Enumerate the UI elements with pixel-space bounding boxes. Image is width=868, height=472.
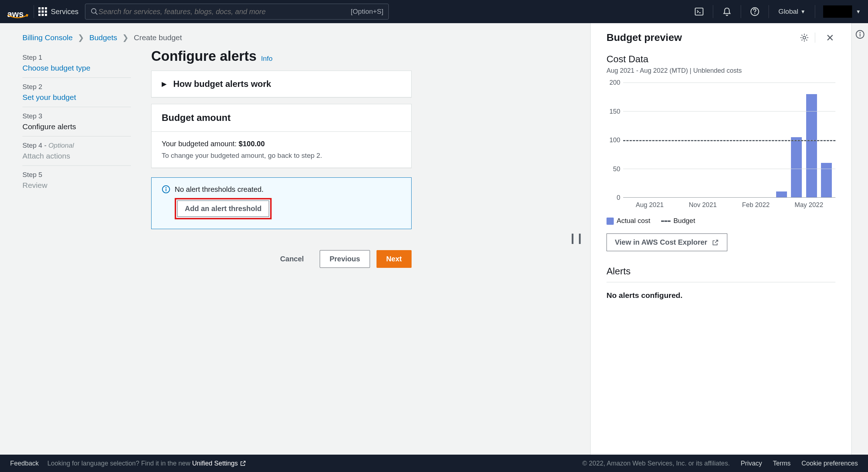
budget-threshold-line [623, 140, 835, 141]
right-rail [851, 23, 868, 455]
external-link-icon [240, 460, 246, 467]
crumb-current: Create budget [134, 33, 182, 42]
chart-bar [776, 191, 787, 197]
info-icon [162, 185, 170, 194]
step-number: Step 2 [22, 83, 131, 91]
search-input[interactable] [98, 8, 351, 16]
previous-button[interactable]: Previous [320, 250, 370, 268]
chart-plot [623, 83, 835, 198]
settings-icon[interactable] [799, 32, 810, 43]
step-1[interactable]: Step 1 Choose budget type [22, 49, 131, 78]
grid-icon [38, 7, 47, 16]
wizard-steps: Step 1 Choose budget type Step 2 Set you… [22, 49, 131, 268]
svg-line-1 [95, 13, 98, 15]
nav-search[interactable]: [Option+S] [85, 4, 389, 20]
feedback-link[interactable]: Feedback [10, 460, 39, 467]
how-alerts-title: How budget alerts work [173, 79, 271, 89]
budget-amount-panel: Budget amount Your budgeted amount: $100… [151, 104, 412, 168]
svg-rect-15 [859, 34, 860, 37]
chart-x-axis: Aug 2021Nov 2021Feb 2022May 2022 [623, 201, 835, 209]
alert-threshold-panel: No alert thresholds created. Add an aler… [151, 177, 412, 229]
help-icon[interactable] [745, 4, 764, 19]
budget-amount-sub: To change your budgeted amount, go back … [162, 152, 401, 160]
nav-divider [713, 5, 713, 18]
step-4: Step 4 - Optional Attach actions [22, 136, 131, 166]
step-label[interactable]: Choose budget type [22, 64, 131, 72]
legend-swatch-budget [661, 220, 671, 222]
no-thresholds-text: No alert thresholds created. [175, 185, 264, 194]
aws-smile-icon [7, 14, 28, 19]
step-2[interactable]: Step 2 Set your budget [22, 78, 131, 107]
divider [815, 33, 815, 43]
alerts-section-title: Alerts [607, 266, 835, 282]
chart-legend: Actual cost Budget [607, 217, 835, 225]
expand-toggle[interactable]: ▶ How budget alerts work [162, 79, 401, 89]
cost-chart: 050100150200 [607, 83, 835, 198]
x-tick-label: Aug 2021 [623, 201, 676, 209]
cloudshell-icon[interactable] [690, 4, 709, 19]
step-number: Step 1 [22, 54, 131, 62]
y-tick-label: 150 [609, 108, 620, 115]
next-button[interactable]: Next [376, 250, 412, 268]
step-label: Attach actions [22, 152, 131, 160]
wizard-buttons: Cancel Previous Next [151, 250, 412, 268]
budget-amount-line: Your budgeted amount: $100.00 [162, 140, 401, 148]
x-tick-label: Feb 2022 [729, 201, 783, 209]
step-label: Review [22, 181, 131, 190]
aws-logo[interactable]: aws [7, 4, 24, 19]
nav-divider [741, 5, 741, 18]
info-rail-icon[interactable] [855, 30, 865, 39]
region-selector[interactable]: Global ▼ [773, 8, 810, 16]
notifications-icon[interactable] [718, 4, 736, 19]
step-label[interactable]: Set your budget [22, 93, 131, 102]
y-tick-label: 200 [609, 79, 620, 87]
unified-settings-link[interactable]: Unified Settings [192, 460, 246, 467]
breadcrumb: Billing Console ❯ Budgets ❯ Create budge… [22, 33, 576, 42]
svg-point-0 [92, 9, 96, 13]
search-icon [90, 8, 98, 16]
no-alerts-text: No alerts configured. [607, 291, 835, 300]
crumb-budgets[interactable]: Budgets [89, 33, 117, 42]
x-tick-label: Nov 2021 [676, 201, 729, 209]
add-alert-threshold-button[interactable]: Add an alert threshold [177, 201, 269, 217]
nav-divider [769, 5, 769, 18]
terms-link[interactable]: Terms [773, 460, 791, 467]
info-link[interactable]: Info [261, 55, 273, 62]
region-label: Global [778, 8, 798, 16]
footer: Feedback Looking for language selection?… [0, 455, 868, 472]
svg-line-16 [243, 461, 246, 464]
legend-budget: Budget [661, 217, 695, 225]
preview-title: Budget preview [607, 32, 795, 43]
chart-bar [806, 94, 817, 197]
top-nav: aws Services [Option+S] Global ▼ [0, 0, 868, 23]
step-label: Configure alerts [22, 122, 131, 131]
cancel-button[interactable]: Cancel [271, 250, 314, 268]
close-icon[interactable] [825, 32, 835, 43]
caret-down-icon: ▼ [856, 9, 861, 14]
step-5: Step 5 Review [22, 166, 131, 195]
cost-data-sub: Aug 2021 - Aug 2022 (MTD) | Unblended co… [607, 67, 835, 75]
account-menu[interactable] [823, 5, 852, 18]
svg-point-7 [166, 187, 167, 188]
step-3: Step 3 Configure alerts [22, 107, 131, 136]
svg-point-9 [803, 36, 806, 39]
services-menu[interactable]: Services [38, 7, 78, 16]
y-tick-label: 50 [613, 165, 620, 173]
chevron-right-icon: ❯ [122, 33, 129, 42]
legend-swatch-actual [607, 218, 614, 225]
view-in-cost-explorer-button[interactable]: View in AWS Cost Explorer [607, 233, 727, 251]
cookie-link[interactable]: Cookie preferences [801, 460, 858, 467]
chart-bar [791, 137, 802, 197]
caret-down-icon: ▼ [800, 9, 805, 14]
svg-rect-2 [695, 8, 703, 15]
how-alerts-panel: ▶ How budget alerts work [151, 71, 412, 97]
cost-data-title: Cost Data [607, 54, 835, 65]
privacy-link[interactable]: Privacy [741, 460, 762, 467]
collapse-handle[interactable]: ▎▎ [572, 234, 586, 244]
crumb-billing-console[interactable]: Billing Console [22, 33, 73, 42]
x-tick-label: May 2022 [782, 201, 835, 209]
y-tick-label: 100 [609, 136, 620, 144]
search-shortcut: [Option+S] [351, 8, 383, 16]
legend-actual: Actual cost [607, 217, 650, 225]
copyright: © 2022, Amazon Web Services, Inc. or its… [582, 460, 730, 467]
